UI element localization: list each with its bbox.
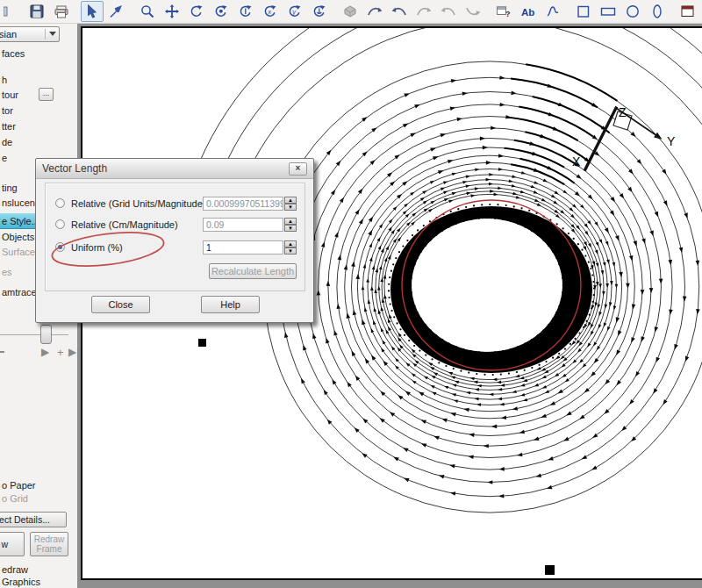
dropdown-separator (45, 29, 46, 39)
radio-relative0[interactable] (55, 198, 65, 208)
vector-length-row: Relative (Cm/Magnitude)0.09▲▼ (36, 218, 313, 232)
dialog-title: Vector Length (42, 162, 107, 175)
spinner-down-icon[interactable]: ▼ (284, 225, 297, 232)
rectangle-tool-icon[interactable] (597, 1, 620, 22)
sidebar-item-e[interactable]: e (2, 153, 7, 164)
text-tool-icon[interactable]: Ab (517, 1, 540, 22)
ellipse-tool-icon[interactable] (646, 1, 669, 22)
svg-text:Z: Z (619, 105, 627, 119)
spinner: ▲▼ (284, 197, 297, 211)
rotate-y-icon[interactable]: y (283, 1, 306, 22)
save-icon[interactable] (25, 1, 48, 22)
sidebar-item-ting[interactable]: ting (2, 183, 18, 194)
add-frame-button[interactable]: + (57, 346, 64, 359)
contour-details-button[interactable]: ... (39, 88, 54, 101)
radio-label[interactable]: Relative (Grid Units/Magnitude) (71, 198, 205, 209)
zoom-magnifier-icon[interactable] (136, 1, 159, 22)
selection-handle (198, 339, 206, 347)
solid-shape-icon (339, 1, 362, 22)
frame-question-icon[interactable]: ? (492, 1, 515, 22)
svg-text:?: ? (505, 10, 511, 18)
clipped-icon[interactable] (1, 1, 24, 22)
sidebar-item-tor[interactable]: tor (2, 105, 13, 117)
help-button[interactable]: Help (201, 296, 260, 313)
sidebar-item-tter[interactable]: tter (2, 121, 16, 133)
square-tool-icon[interactable] (572, 1, 595, 22)
streamtrace-swoosh2-icon[interactable] (388, 1, 411, 22)
spinner-up-icon[interactable]: ▲ (284, 240, 297, 247)
svg-text:y: y (291, 8, 297, 16)
close-button[interactable]: Close (91, 296, 150, 313)
spinner-down-icon[interactable]: ▼ (284, 247, 297, 255)
select-arrow-icon[interactable] (81, 1, 104, 22)
streamtrace-swoosh1-icon[interactable] (363, 1, 386, 22)
radio-uniform[interactable] (55, 242, 65, 252)
chevron-down-icon (49, 32, 56, 36)
value-field[interactable]: 0.000999705113992 (203, 197, 283, 211)
app-window: { "toolbar": { "text_tool_label": "Ab", … (0, 0, 702, 588)
spinner-up-icon[interactable]: ▲ (284, 197, 297, 204)
cache-graphics-label[interactable]: Graphics (2, 577, 40, 588)
sidebar-item-objects[interactable]: Objects: (2, 232, 37, 243)
main-toolbar: xy?Ab (0, 0, 702, 24)
radio-label[interactable]: Relative (Cm/Magnitude) (71, 219, 178, 230)
recalculate-length-button: Recalculate Length (209, 263, 297, 279)
playback-clipped-icon[interactable] (0, 351, 4, 353)
vector-length-row: Relative (Grid Units/Magnitude)0.0009997… (36, 197, 313, 211)
spinner-down-icon[interactable]: ▼ (284, 204, 297, 211)
sidebar-item-tour[interactable]: tour (2, 90, 18, 101)
rotate-twist-icon[interactable] (234, 1, 257, 22)
animation-slider-track[interactable] (0, 334, 68, 335)
streamtrace-swoosh3-icon (412, 1, 435, 22)
snap-to-grid-label: o Grid (2, 493, 28, 505)
animation-slider-thumb[interactable] (40, 325, 52, 344)
dialog-titlebar[interactable]: Vector Length × (36, 159, 313, 179)
value-field[interactable]: 0.09 (203, 218, 283, 232)
streamtrace-swoosh5-icon (462, 1, 484, 22)
sidebar-item-de[interactable]: de (2, 137, 12, 148)
redraw-button[interactable]: w (0, 532, 25, 556)
spinner-up-icon[interactable]: ▲ (284, 218, 297, 225)
circle-tool-icon[interactable] (621, 1, 644, 22)
close-icon[interactable]: × (289, 162, 307, 176)
radio-relative1[interactable] (55, 219, 65, 229)
sidebar-item-faces[interactable]: faces (2, 48, 25, 60)
sidebar-item-h[interactable]: h (2, 75, 7, 86)
value-field[interactable]: 1 (203, 240, 283, 255)
streamtrace-swoosh4-icon (437, 1, 460, 22)
plot-type-dropdown[interactable]: sian (0, 26, 60, 42)
snap-to-paper-label[interactable]: o Paper (2, 480, 36, 491)
polyline-tool-icon[interactable] (541, 1, 564, 22)
sidebar-item-surfaces: Surfaces (2, 247, 39, 258)
plot-type-value: sian (0, 29, 17, 39)
auto-redraw-label[interactable]: edraw (2, 564, 28, 576)
spinner: ▲▼ (284, 240, 297, 255)
redraw-frame-button: Redraw Frame (30, 532, 68, 556)
sidebar-item-es: es (2, 267, 12, 278)
vector-length-dialog: Vector Length × Relative (Grid Units/Mag… (35, 158, 314, 323)
svg-text:Y: Y (667, 134, 676, 148)
play-button[interactable]: ▶ (41, 346, 49, 358)
svg-text:X: X (572, 154, 581, 169)
rotate-anchor-icon[interactable] (308, 1, 331, 22)
sidebar-item-estyle[interactable]: e Style... (2, 216, 39, 227)
print-icon[interactable] (50, 1, 73, 22)
probe-icon[interactable] (105, 1, 128, 22)
svg-text:x: x (267, 8, 271, 16)
rotate-x-icon[interactable]: x (259, 1, 282, 22)
spinner: ▲▼ (284, 218, 297, 232)
radio-label[interactable]: Uniform (%) (71, 242, 123, 253)
rotate-spherical-icon[interactable] (185, 1, 208, 22)
vector-length-row: Uniform (%)1▲▼ (36, 240, 313, 255)
new-frame-icon[interactable] (677, 1, 699, 22)
object-details-button[interactable]: ect Details... (0, 512, 67, 527)
translate-icon[interactable] (161, 1, 183, 22)
selection-handle (545, 565, 555, 575)
rotate-rollerball-icon[interactable] (210, 1, 233, 22)
skip-to-end-button[interactable]: ▶| (68, 346, 79, 358)
svg-text:Ab: Ab (521, 7, 534, 18)
